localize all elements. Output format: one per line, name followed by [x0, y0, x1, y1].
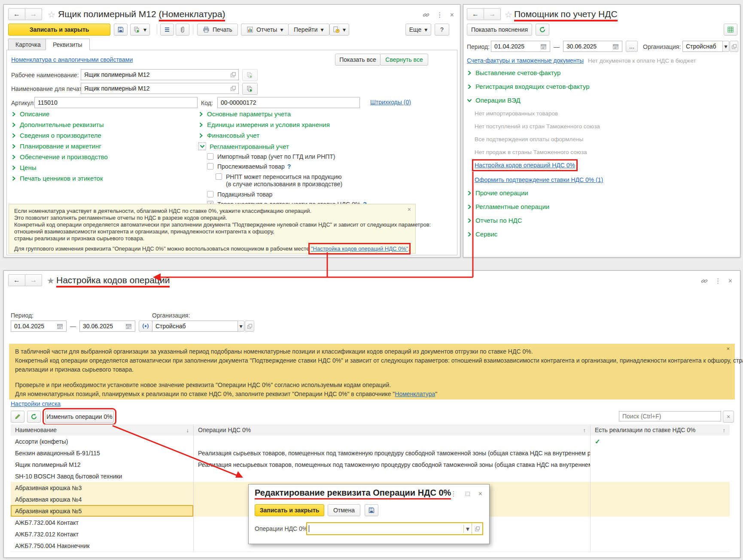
collapse-all-button[interactable]: Свернуть все — [380, 54, 428, 66]
column-header-name[interactable]: Наименование↓ — [11, 424, 194, 436]
section-units[interactable]: Единицы измерения и условия хранения — [198, 121, 330, 128]
refresh-button[interactable] — [536, 24, 549, 36]
close-notice-icon[interactable]: × — [408, 206, 411, 213]
section-main-accounting[interactable]: Основные параметры учета — [198, 110, 291, 118]
kebab-menu-icon[interactable]: ⋮ — [436, 11, 443, 19]
open-icon[interactable] — [230, 72, 236, 78]
more-button[interactable]: Еще▾ — [405, 24, 431, 36]
show-explanations-button[interactable]: Показать пояснения — [467, 24, 532, 36]
print-button[interactable]: Печать — [197, 24, 238, 36]
tree-item-regulated-operations[interactable]: Регламентные операции — [467, 203, 549, 210]
section-manufacturer[interactable]: Сведения о производителе — [11, 132, 101, 139]
period-variants-button[interactable] — [139, 321, 152, 332]
organization-open-button[interactable] — [730, 41, 738, 52]
field-dropdown-icon[interactable]: ▾ — [463, 525, 472, 533]
code-input[interactable] — [217, 97, 360, 108]
section-labels[interactable]: Печать ценников и этикеток — [11, 175, 103, 182]
reports-button[interactable]: Отчеты▾ — [241, 24, 289, 36]
back-icon[interactable]: ← — [8, 8, 25, 20]
article-input[interactable] — [34, 97, 198, 108]
working-name-input[interactable] — [81, 69, 239, 80]
forward-icon[interactable]: → — [25, 274, 42, 286]
checkbox-import-goods[interactable] — [207, 153, 213, 160]
checkbox-traceable-goods[interactable] — [207, 163, 213, 170]
back-icon[interactable]: ← — [8, 274, 25, 286]
save-close-button[interactable]: Записать и закрыть — [8, 24, 110, 36]
invoices-customs-link[interactable]: Счета-фактуры и таможенные документы — [467, 57, 584, 64]
tree-item-vat-reports[interactable]: Отчеты по НДС — [467, 217, 522, 224]
edit-button[interactable] — [11, 411, 24, 423]
close-info-icon[interactable]: × — [726, 345, 730, 352]
tree-item-other-operations[interactable]: Прочие операции — [467, 189, 528, 197]
column-header-has-sales[interactable]: Есть реализации по ставке НДС 0%↑ — [591, 424, 730, 436]
print-name-input[interactable] — [81, 83, 239, 94]
checkbox-rnpt-transfer[interactable] — [216, 173, 222, 180]
copy-name-button[interactable] — [242, 69, 258, 81]
setup-operation-codes-link[interactable]: Настройка кодов операций НДС 0% — [475, 162, 575, 169]
period-from-input[interactable]: 01.04.2025 — [491, 41, 550, 52]
organization-input[interactable]: Стройснаб — [682, 41, 723, 52]
calendar-icon[interactable] — [612, 43, 619, 50]
section-prices[interactable]: Цены — [11, 164, 37, 171]
maximize-icon[interactable]: □ — [466, 490, 470, 498]
tab-card[interactable]: Карточка — [8, 39, 48, 50]
change-operations-button[interactable]: Изменить операции 0% — [45, 411, 114, 423]
organization-open-button[interactable] — [245, 321, 254, 332]
table-row[interactable]: Ящик полимерный М12 Реализация несырьевы… — [11, 459, 730, 471]
back-icon[interactable]: ← — [467, 8, 484, 20]
list-settings-button[interactable] — [160, 24, 174, 36]
nomenclature-link[interactable]: Номенклатура — [395, 390, 435, 397]
history-button[interactable]: ▾ — [329, 24, 349, 36]
section-additional[interactable]: Дополнительные реквизиты — [11, 121, 104, 128]
table-row[interactable]: Бензин авиационный Б-91/115 Реализация с… — [11, 447, 730, 459]
calendar-icon[interactable] — [57, 323, 63, 330]
organization-dropdown-icon[interactable]: ▾ — [238, 321, 244, 332]
copy-print-name-button[interactable] — [242, 83, 258, 95]
period-more-button[interactable]: ... — [626, 41, 638, 52]
section-financial[interactable]: Финансовый учет — [198, 132, 259, 139]
section-planning[interactable]: Планирование и маркетинг — [11, 142, 101, 150]
goto-button[interactable]: Перейти▾ — [288, 24, 329, 36]
setup-codes-link[interactable]: "Настройка кодов операций НДС 0%" — [311, 245, 408, 252]
tab-requisites[interactable]: Реквизиты — [46, 39, 90, 50]
tree-item-foreign-trade[interactable]: Операции ВЭД — [467, 97, 521, 104]
column-header-operations[interactable]: Операции НДС 0%↑ — [194, 424, 591, 436]
get-link-icon[interactable] — [423, 12, 429, 18]
open-icon[interactable] — [230, 85, 236, 91]
forward-icon[interactable]: → — [25, 8, 42, 20]
attachments-button[interactable] — [176, 24, 189, 36]
kebab-menu-icon[interactable]: ⋮ — [715, 277, 722, 285]
calendar-icon[interactable] — [540, 43, 547, 50]
show-all-button[interactable]: Показать все — [335, 54, 381, 66]
calendar-icon[interactable] — [125, 323, 132, 330]
period-from-input[interactable]: 01.04.2025 — [11, 321, 67, 332]
list-settings-link[interactable]: Настройки списка — [11, 400, 61, 407]
dialog-save-icon-button[interactable] — [365, 504, 378, 516]
close-icon[interactable]: × — [450, 11, 454, 19]
get-link-icon[interactable] — [701, 278, 708, 285]
period-to-input[interactable]: 30.06.2025 — [563, 41, 622, 52]
section-regulated-expanded[interactable]: Регламентированный учет — [198, 142, 289, 150]
refresh-button[interactable] — [27, 411, 41, 423]
similar-items-link[interactable]: Номенклатура с аналогичными свойствами — [11, 56, 133, 63]
table-row[interactable]: Ассорти (конфеты) ✓ — [11, 436, 730, 448]
dialog-cancel-button[interactable]: Отмена — [328, 504, 360, 516]
help-link[interactable]: ? — [287, 163, 291, 170]
help-button[interactable]: ? — [435, 24, 449, 36]
checkbox-excise-goods[interactable] — [207, 191, 213, 197]
tree-item-register-incoming[interactable]: Регистрация входящих счетов-фактур — [467, 83, 590, 90]
tree-item-service[interactable]: Сервис — [467, 230, 497, 238]
period-to-input[interactable]: 30.06.2025 — [79, 321, 135, 332]
field-open-button[interactable] — [472, 523, 482, 534]
close-icon[interactable]: × — [728, 277, 732, 285]
section-description[interactable]: Описание — [11, 110, 49, 118]
favorite-star-icon[interactable]: ☆ — [48, 9, 55, 20]
report-grid-button[interactable] — [724, 24, 737, 36]
organization-input[interactable]: Стройснаб — [152, 321, 238, 332]
organization-dropdown-icon[interactable]: ▾ — [722, 41, 729, 52]
confirm-vat0-rate-link[interactable]: Оформить подтверждение ставки НДС 0% (1) — [475, 176, 603, 183]
barcodes-link[interactable]: Штрихкоды (0) — [370, 99, 411, 106]
forward-icon[interactable]: → — [484, 8, 501, 20]
tree-item-issue-invoices[interactable]: Выставление счетов-фактур — [467, 69, 560, 76]
search-input[interactable] — [619, 411, 721, 421]
